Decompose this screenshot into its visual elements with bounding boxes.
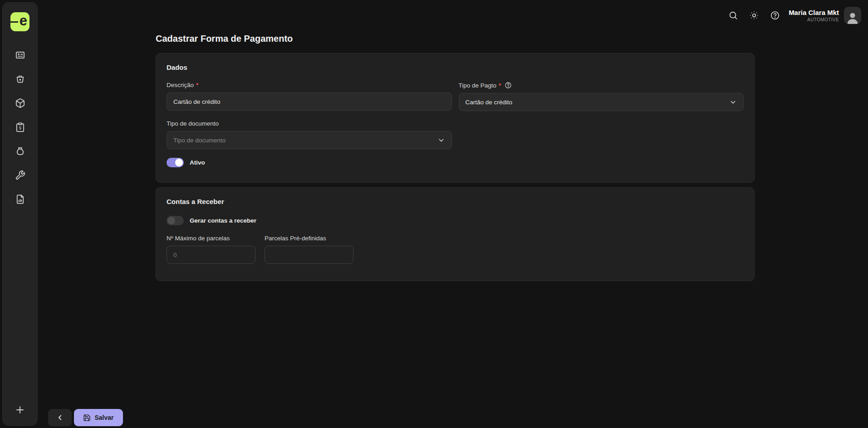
sidebar-item-reports[interactable]: [15, 194, 25, 204]
tipo-documento-placeholder: Tipo de documento: [173, 137, 226, 144]
help-button[interactable]: [770, 10, 780, 21]
tipo-pagto-label: Tipo de Pagto *: [459, 82, 744, 89]
app-logo[interactable]: e: [10, 12, 29, 31]
ativo-toggle[interactable]: [167, 158, 184, 167]
user-info: Maria Clara Mkt AUTOMOTIVE: [789, 9, 839, 22]
ativo-label: Ativo: [190, 159, 205, 166]
tipo-documento-field: Tipo de documento Tipo de documento: [167, 120, 452, 149]
sidebar: e: [2, 2, 38, 426]
parcelas-predefinidas-field: Parcelas Pré-definidas: [265, 235, 353, 264]
tipo-documento-label: Tipo de documento: [167, 120, 452, 127]
gerar-contas-label: Gerar contas a receber: [190, 217, 256, 224]
logo-letter: e: [20, 13, 27, 29]
invoice-dollar-icon: $: [15, 122, 25, 132]
descricao-label: Descrição *: [167, 82, 452, 88]
max-parcelas-field: Nº Máximo de parcelas: [167, 235, 255, 264]
save-icon: [83, 414, 91, 422]
topbar: Maria Clara Mkt AUTOMOTIVE: [718, 6, 861, 25]
avatar[interactable]: [844, 7, 861, 24]
plus-icon: [15, 404, 25, 415]
descricao-input[interactable]: [167, 92, 452, 111]
theme-toggle-button[interactable]: [749, 10, 760, 21]
contas-receber-card: Contas a Receber Gerar contas a receber …: [156, 187, 755, 281]
sidebar-item-finance[interactable]: [15, 146, 25, 156]
save-button-label: Salvar: [94, 414, 113, 421]
sun-icon: [749, 10, 759, 20]
user-role: AUTOMOTIVE: [789, 17, 839, 22]
back-button[interactable]: [48, 409, 72, 426]
footer-actions: Salvar: [48, 409, 123, 426]
tipo-pagto-help-icon[interactable]: [505, 82, 512, 89]
descricao-field: Descrição *: [167, 82, 452, 111]
sidebar-item-billing[interactable]: $: [15, 122, 25, 132]
help-circle-icon: [770, 10, 780, 20]
tipo-pagto-select[interactable]: Cartão de crédito: [459, 93, 744, 111]
toggle-knob: [175, 159, 183, 166]
sidebar-add-button[interactable]: [15, 404, 25, 415]
search-button[interactable]: [728, 10, 739, 21]
user-menu[interactable]: Maria Clara Mkt AUTOMOTIVE: [789, 7, 861, 24]
person-icon: [845, 10, 860, 24]
chevron-left-icon: [56, 413, 64, 422]
toggle-knob: [167, 217, 175, 224]
logo-mark: [10, 21, 18, 23]
basket-icon: [15, 74, 25, 84]
parcelas-predefinidas-input[interactable]: [265, 246, 353, 264]
parcelas-predefinidas-label: Parcelas Pré-definidas: [265, 235, 353, 242]
sidebar-item-products[interactable]: [15, 97, 25, 108]
id-card-icon: [15, 50, 25, 60]
package-icon: [15, 98, 25, 108]
svg-text:$: $: [19, 126, 21, 130]
save-button[interactable]: Salvar: [74, 409, 123, 426]
chevron-down-icon: [437, 136, 445, 144]
chevron-down-icon: [729, 98, 737, 106]
required-mark: *: [196, 82, 198, 88]
wrench-icon: [15, 170, 25, 180]
tipo-documento-select[interactable]: Tipo de documento: [167, 131, 452, 149]
sidebar-item-tools[interactable]: [15, 170, 25, 180]
dados-card-title: Dados: [167, 63, 744, 71]
sidebar-nav: $: [15, 49, 25, 204]
report-file-icon: [15, 194, 25, 204]
money-bag-icon: [15, 146, 25, 156]
main-content: Cadastrar Forma de Pagamento Dados Descr…: [156, 34, 755, 281]
max-parcelas-input[interactable]: [167, 246, 255, 264]
required-mark: *: [499, 82, 501, 89]
ativo-row: Ativo: [167, 158, 744, 167]
tipo-pagto-field: Tipo de Pagto * Cartão de crédito: [459, 82, 744, 111]
user-name: Maria Clara Mkt: [789, 9, 839, 16]
sidebar-item-customers[interactable]: [15, 49, 25, 60]
sidebar-item-orders[interactable]: [15, 73, 25, 84]
search-icon: [728, 10, 738, 20]
dados-card: Dados Descrição * Tipo de Pagto *: [156, 53, 755, 183]
page-title: Cadastrar Forma de Pagamento: [156, 34, 755, 44]
gerar-contas-toggle[interactable]: [167, 216, 184, 225]
tipo-pagto-selected-value: Cartão de crédito: [466, 99, 513, 106]
gerar-contas-row: Gerar contas a receber: [167, 216, 744, 225]
contas-card-title: Contas a Receber: [167, 198, 744, 205]
max-parcelas-label: Nº Máximo de parcelas: [167, 235, 255, 242]
